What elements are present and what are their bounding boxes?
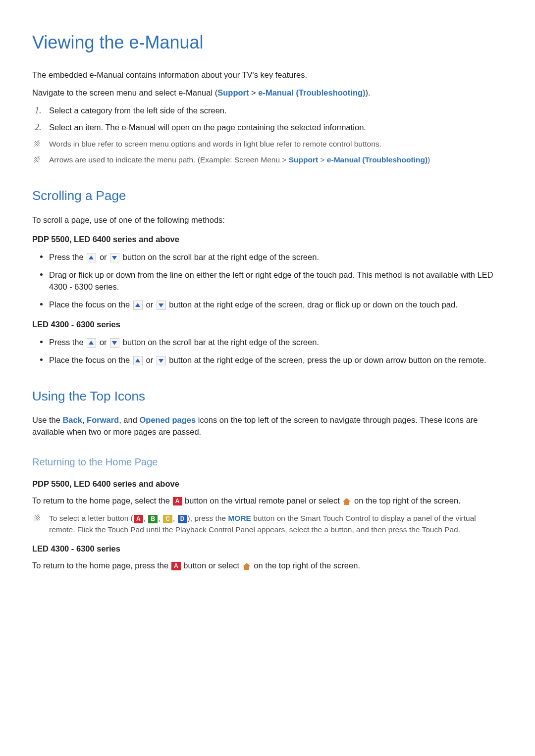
- support-link[interactable]: Support: [289, 155, 318, 164]
- list-item: 2. Select an item. The e-Manual will ope…: [32, 122, 503, 134]
- up-arrow-icon: [133, 301, 143, 310]
- opened-pages-link[interactable]: Opened pages: [139, 415, 196, 424]
- series-heading: PDP 5500, LED 6400 series and above: [32, 478, 503, 490]
- bullet-list: Press the or button on the scroll bar at…: [32, 252, 503, 311]
- text: or: [144, 300, 156, 309]
- list-item: Press the or button on the scroll bar at…: [32, 337, 503, 349]
- list-item: 1. Select a category from the left side …: [32, 105, 503, 117]
- note-item: To select a letter button (A, B, C, D), …: [32, 513, 503, 535]
- text: on the top right of the screen.: [352, 496, 460, 505]
- a-button-icon: A: [173, 497, 182, 505]
- a-button-icon: A: [134, 515, 143, 523]
- text: or: [144, 355, 156, 364]
- text: ).: [366, 88, 371, 97]
- text: >: [249, 88, 258, 97]
- series-heading: LED 4300 - 6300 series: [32, 319, 503, 331]
- text: To return to the home page, press the: [32, 561, 171, 570]
- series-heading: PDP 5500, LED 6400 series and above: [32, 234, 503, 246]
- bullet-list: Press the or button on the scroll bar at…: [32, 337, 503, 366]
- series-heading: LED 4300 - 6300 series: [32, 543, 503, 555]
- text: To select a letter button (: [49, 514, 133, 522]
- b-button-icon: B: [148, 515, 158, 523]
- text: Press the: [49, 338, 86, 347]
- more-button-link[interactable]: MORE: [228, 514, 251, 522]
- notes-list: Words in blue refer to screen menu optio…: [32, 139, 503, 166]
- step-text: Select a category from the left side of …: [49, 106, 227, 115]
- section-heading-scrolling: Scrolling a Page: [32, 187, 503, 205]
- emanual-link[interactable]: e-Manual (Troubleshooting): [327, 155, 428, 164]
- subsection-heading-home: Returning to the Home Page: [32, 455, 503, 469]
- support-link[interactable]: Support: [217, 88, 249, 97]
- up-arrow-icon: [87, 338, 96, 348]
- text: button on the scroll bar at the right ed…: [120, 252, 319, 261]
- note-item: Words in blue refer to screen menu optio…: [32, 139, 503, 150]
- list-item: Place the focus on the or button at the …: [32, 354, 503, 366]
- home-icon: [243, 563, 251, 570]
- down-arrow-icon: [110, 338, 119, 348]
- text: button on the virtual remote panel or se…: [183, 496, 342, 505]
- notes-list: To select a letter button (A, B, C, D), …: [32, 513, 503, 535]
- text: ): [428, 155, 430, 164]
- list-item: Drag or flick up or down from the line o…: [32, 269, 503, 293]
- text: To return to the home page, select the: [32, 496, 172, 505]
- text: Place the focus on the: [49, 300, 132, 309]
- text: button or select: [181, 561, 242, 570]
- text: button on the scroll bar at the right ed…: [120, 338, 319, 347]
- text: or: [97, 338, 109, 347]
- down-arrow-icon: [157, 301, 166, 310]
- text: ), press the: [188, 514, 228, 522]
- intro-paragraph-2: Navigate to the screen menu and select e…: [32, 87, 503, 99]
- text: Press the: [49, 252, 86, 261]
- down-arrow-icon: [110, 253, 119, 262]
- step-text: Select an item. The e-Manual will open o…: [49, 123, 366, 132]
- page-title: Viewing the e-Manual: [32, 30, 503, 55]
- emanual-link[interactable]: e-Manual (Troubleshooting): [258, 88, 365, 97]
- up-arrow-icon: [133, 356, 143, 365]
- top-icons-paragraph: Use the Back, Forward, and Opened pages …: [32, 414, 503, 438]
- step-number: 2.: [35, 121, 42, 134]
- note-item: Arrows are used to indicate the menu pat…: [32, 154, 503, 165]
- back-link[interactable]: Back: [62, 415, 82, 424]
- c-button-icon: C: [163, 515, 172, 523]
- scroll-intro: To scroll a page, use of one of the foll…: [32, 214, 503, 226]
- text: ,: [158, 514, 162, 522]
- text: Navigate to the screen menu and select e…: [32, 88, 217, 97]
- a-button-icon: A: [171, 562, 181, 570]
- home-paragraph-2: To return to the home page, press the A …: [32, 560, 503, 572]
- text: button at the right edge of the screen, …: [167, 300, 458, 309]
- text: on the top right of the screen.: [252, 561, 360, 570]
- steps-list: 1. Select a category from the left side …: [32, 105, 503, 134]
- text: ,: [82, 415, 87, 424]
- forward-link[interactable]: Forward: [87, 415, 119, 424]
- text: ,: [173, 514, 177, 522]
- list-item: Press the or button on the scroll bar at…: [32, 252, 503, 263]
- home-icon: [343, 498, 351, 505]
- home-paragraph-1: To return to the home page, select the A…: [32, 495, 503, 507]
- text: , and: [119, 415, 139, 424]
- step-number: 1.: [35, 104, 42, 117]
- text: Place the focus on the: [49, 355, 132, 364]
- text: button at the right edge of the screen, …: [167, 355, 486, 364]
- text: ,: [144, 514, 148, 522]
- text: Use the: [32, 415, 62, 424]
- text: Arrows are used to indicate the menu pat…: [49, 155, 289, 164]
- section-heading-top-icons: Using the Top Icons: [32, 387, 503, 406]
- down-arrow-icon: [157, 356, 166, 365]
- intro-paragraph-1: The embedded e-Manual contains informati…: [32, 69, 503, 81]
- text: or: [97, 252, 109, 261]
- list-item: Place the focus on the or button at the …: [32, 299, 503, 311]
- text: >: [318, 155, 327, 164]
- d-button-icon: D: [178, 515, 187, 523]
- up-arrow-icon: [87, 253, 96, 262]
